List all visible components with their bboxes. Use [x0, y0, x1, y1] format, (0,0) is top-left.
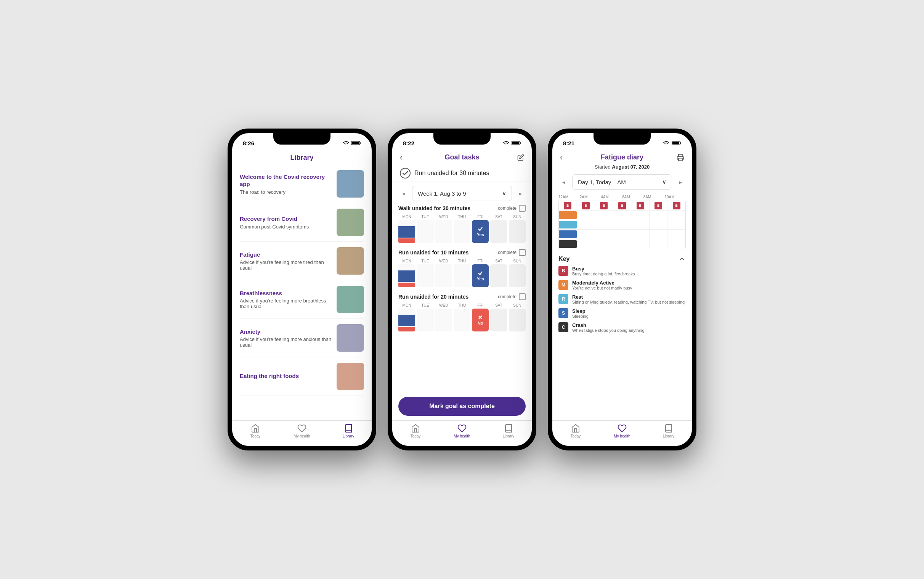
week-dropdown[interactable]: Week 1, Aug 3 to 9 ∨ [412, 186, 512, 201]
p3-tab-library[interactable]: Library [645, 424, 692, 438]
heart-icon-p1 [297, 424, 306, 433]
p2-tab-library[interactable]: Library [485, 424, 532, 438]
task-2-complete-label: complete [498, 250, 517, 255]
task-1-complete-label: complete [498, 206, 517, 211]
key-text-rest: Rest Sitting or lying quietly, reading, … [572, 294, 684, 304]
svg-point-4 [400, 168, 410, 178]
key-title: Key [559, 255, 569, 262]
day-next-button[interactable]: ▸ [675, 177, 686, 187]
mark-complete-button[interactable]: Mark goal as complete [398, 397, 526, 416]
task-1: Walk unaided for 30 minutes complete MON [398, 205, 526, 243]
p1-item-text-0: Welcome to the Covid recovery appThe roa… [240, 173, 333, 195]
p1-list-item-2[interactable]: FatigueAdvice if you're feeling more tir… [240, 242, 364, 280]
task-2-checkbox[interactable] [519, 249, 526, 256]
chart-row-crash [559, 239, 685, 249]
task-2-tue: TUE [417, 259, 433, 287]
week-next-button[interactable]: ▸ [515, 188, 526, 199]
task-3-fri[interactable]: FRI No [472, 303, 489, 332]
task-3-complete-label: complete [498, 294, 517, 299]
p3-tab-today[interactable]: Today [552, 424, 599, 438]
p3-print-button[interactable] [673, 154, 684, 161]
p1-item-text-1: Recovery from CovidCommon post-Covid sym… [240, 215, 309, 230]
p3-screen: ‹ Fatigue diary Started August 07, 2020 … [552, 150, 692, 446]
svg-rect-1 [352, 142, 359, 145]
p1-screen: Library Welcome to the Covid recovery ap… [232, 150, 372, 446]
day-dropdown[interactable]: Day 1, Today – AM ∨ [572, 174, 672, 190]
task-3-thu: THU [454, 303, 470, 332]
p1-item-text-5: Eating the right foods [240, 372, 299, 381]
task-3-checkbox[interactable] [519, 293, 526, 300]
p1-tab-bar: Today My health Library [232, 420, 372, 446]
status-icons-2 [503, 141, 521, 145]
p1-item-subtitle-0: The road to recovery [240, 189, 333, 195]
week-selector: ◂ Week 1, Aug 3 to 9 ∨ ▸ [392, 182, 532, 205]
p1-item-text-2: FatigueAdvice if you're feeling more tir… [240, 251, 333, 271]
p2-header: ‹ Goal tasks [392, 150, 532, 165]
p3-back-button[interactable]: ‹ [560, 153, 570, 162]
task-2-fri-badge[interactable]: Yes [472, 264, 489, 287]
p1-item-subtitle-3: Advice if you're feeling more breathless… [240, 298, 333, 309]
checkmark-icon-t1 [477, 226, 483, 232]
week-label: Week 1, Aug 3 to 9 [418, 190, 466, 197]
p1-item-text-4: AnxietyAdvice if you're feeling more anx… [240, 328, 333, 348]
task-3-sun: SUN [509, 303, 526, 332]
task-1-sun: SUN [509, 215, 526, 243]
key-item-moderate: M Moderately Active You're active but no… [559, 280, 686, 290]
week-prev-button[interactable]: ◂ [398, 188, 409, 199]
task-1-title: Walk unaided for 30 minutes [398, 205, 470, 211]
p3-content: 12AM 2AM 4AM 6AM 8AM 10AM B B [552, 192, 692, 420]
key-collapse-icon[interactable] [678, 255, 686, 263]
day-prev-button[interactable]: ◂ [559, 177, 569, 187]
goal-title-text: Run unaided for 30 minutes [414, 170, 489, 177]
p1-tab-library[interactable]: Library [325, 424, 372, 438]
p1-item-img-1 [337, 209, 364, 236]
heart-icon-p3 [618, 424, 627, 433]
p2-tab-myhealth[interactable]: My health [439, 424, 485, 438]
p2-tab-library-label: Library [503, 434, 515, 438]
phones-container: 8:26 Library Welcome to the Covid recove… [228, 129, 696, 450]
p2-edit-button[interactable] [513, 154, 524, 161]
p1-list[interactable]: Welcome to the Covid recovery appThe roa… [232, 165, 372, 420]
key-item-busy: B Busy Busy time; doing a lot, few break… [559, 266, 686, 276]
p1-list-item-3[interactable]: BreathlessnessAdvice if you're feeling m… [240, 280, 364, 319]
p1-item-title-3: Breathlessness [240, 290, 333, 297]
key-item-crash: C Crash When fatigue stops you doing any… [559, 322, 686, 333]
p1-item-img-5 [337, 363, 364, 390]
key-badge-busy: B [559, 266, 568, 276]
home-icon-p2 [411, 424, 420, 433]
p1-tab-today-label: Today [251, 434, 261, 438]
p1-list-item-4[interactable]: AnxietyAdvice if you're feeling more anx… [240, 319, 364, 357]
status-icons-1 [343, 141, 361, 145]
p1-tab-today[interactable]: Today [232, 424, 279, 438]
p2-tab-today[interactable]: Today [392, 424, 439, 438]
task-1-fri-badge[interactable]: Yes [472, 220, 489, 243]
task-2-fri[interactable]: FRI Yes [472, 259, 489, 287]
p1-list-item-1[interactable]: Recovery from CovidCommon post-Covid sym… [240, 203, 364, 242]
chart-grid: B B B B B B B [559, 201, 686, 249]
p3-tab-myhealth[interactable]: My health [599, 424, 645, 438]
p2-tab-bar: Today My health Library [392, 420, 532, 446]
task-3-mon: MON [398, 303, 415, 332]
svg-rect-8 [672, 142, 679, 145]
task-1-days: MON TUE WED [398, 215, 526, 243]
task-3-fri-badge[interactable]: No [472, 309, 489, 332]
task-2-sun: SUN [509, 259, 526, 287]
task-1-fri[interactable]: FRI Yes [472, 215, 489, 243]
p2-back-button[interactable]: ‹ [400, 153, 411, 162]
task-1-checkbox[interactable] [519, 205, 526, 212]
phone-2: 8:22 ‹ Goal tasks [388, 129, 536, 450]
task-3-header: Run unaided for 20 minutes complete [398, 293, 526, 300]
p1-list-item-5[interactable]: Eating the right foods [240, 357, 364, 396]
task-3-wed: WED [435, 303, 452, 332]
svg-rect-3 [512, 142, 519, 145]
p1-list-item-0[interactable]: Welcome to the Covid recovery appThe roa… [240, 165, 364, 203]
p1-item-text-3: BreathlessnessAdvice if you're feeling m… [240, 290, 333, 310]
p3-title: Fatigue diary [570, 153, 673, 161]
p3-tab-today-label: Today [570, 434, 581, 438]
key-text-crash: Crash When fatigue stops you doing anyth… [572, 322, 645, 333]
p1-item-subtitle-2: Advice if you're feeling more tired than… [240, 259, 333, 271]
p1-tab-myhealth[interactable]: My health [279, 424, 325, 438]
print-icon [676, 154, 684, 161]
day-label: Day 1, Today – AM [578, 179, 626, 185]
task-1-tue: TUE [417, 215, 433, 243]
